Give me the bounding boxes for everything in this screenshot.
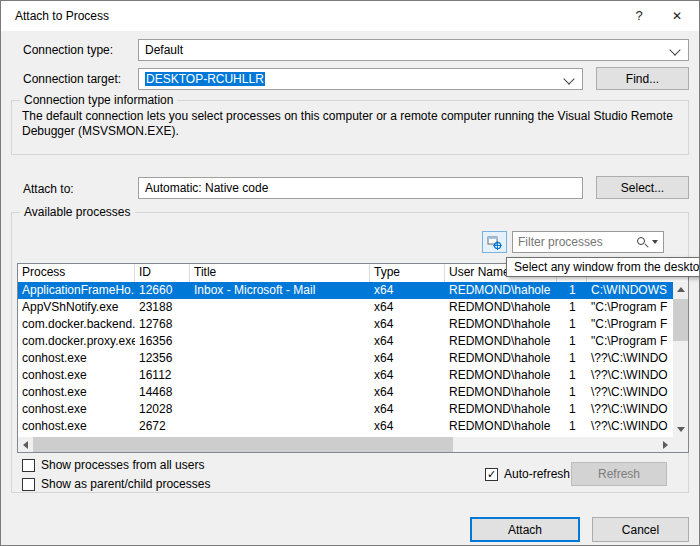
cell-id: 16356 [135,333,190,350]
cell-session: 1 [557,350,587,367]
scroll-right-icon[interactable] [658,437,673,452]
window-finder-icon [487,235,502,250]
cell-type: x64 [370,333,445,350]
cell-session: 1 [557,282,587,299]
filter-processes-box [512,231,664,253]
cell-path: \??\C:\WINDO [587,401,673,418]
connection-info-text: The default connection lets you select p… [22,109,674,139]
cancel-button[interactable]: Cancel [592,517,689,542]
cell-id: 2672 [135,418,190,435]
find-button-label: Find... [626,72,659,86]
horizontal-scrollbar[interactable] [18,437,673,452]
table-row[interactable]: conhost.exe 16112 x64 REDMOND\hahole 1 \… [18,367,673,384]
close-button[interactable]: ✕ [661,1,693,31]
select-button-label: Select... [621,181,664,195]
attach-button[interactable]: Attach [470,517,580,542]
table-row[interactable]: conhost.exe 12028 x64 REDMOND\hahole 1 \… [18,401,673,418]
vertical-scrollbar[interactable] [673,282,688,437]
cell-title [190,350,370,367]
horizontal-scroll-thumb[interactable] [33,437,453,452]
checkbox-box [22,478,35,491]
cell-user-name: REDMOND\hahole [445,299,557,316]
cell-type: x64 [370,418,445,435]
checkbox-box-checked: ✓ [485,468,498,481]
attach-to-field[interactable]: Automatic: Native code [138,177,583,199]
table-row[interactable]: conhost.exe 12356 x64 REDMOND\hahole 1 \… [18,350,673,367]
cancel-button-label: Cancel [622,523,659,537]
cell-session: 1 [557,316,587,333]
table-row[interactable]: AppVShNotify.exe 23188 x64 REDMOND\hahol… [18,299,673,316]
cell-type: x64 [370,282,445,299]
help-button[interactable]: ? [623,1,655,31]
connection-type-dropdown[interactable]: Default [138,39,689,61]
table-row[interactable]: ApplicationFrameHo... 12660 Inbox - Micr… [18,282,673,299]
table-row[interactable]: conhost.exe 14468 x64 REDMOND\hahole 1 \… [18,384,673,401]
cell-user-name: REDMOND\hahole [445,333,557,350]
vertical-scroll-thumb[interactable] [673,299,688,341]
connection-target-value: DESKTOP-RCUHLLR [145,72,265,86]
check-icon: ✓ [487,469,496,480]
cell-user-name: REDMOND\hahole [445,418,557,435]
cell-path: \??\C:\WINDO [587,384,673,401]
refresh-button-label: Refresh [598,467,640,481]
select-button[interactable]: Select... [596,176,689,199]
cell-user-name: REDMOND\hahole [445,350,557,367]
cell-type: x64 [370,367,445,384]
table-row[interactable]: com.docker.proxy.exe 16356 x64 REDMOND\h… [18,333,673,350]
cell-type: x64 [370,299,445,316]
cell-path: C:\WINDOWS [587,282,673,299]
cell-id: 12356 [135,350,190,367]
help-icon: ? [635,8,642,23]
column-header-type[interactable]: Type [370,264,445,282]
refresh-button[interactable]: Refresh [571,462,667,486]
cell-user-name: REDMOND\hahole [445,384,557,401]
show-parent-child-checkbox[interactable]: Show as parent/child processes [22,477,210,491]
chevron-down-icon [669,44,680,55]
cell-id: 12660 [135,282,190,299]
filter-dropdown-icon[interactable] [652,240,658,244]
cell-process: conhost.exe [18,350,135,367]
attach-to-label: Attach to: [23,182,74,196]
scroll-left-icon[interactable] [18,437,33,452]
close-icon: ✕ [672,9,682,23]
connection-target-label: Connection target: [23,72,121,86]
cell-user-name: REDMOND\hahole [445,282,557,299]
table-row[interactable]: conhost.exe 2672 x64 REDMOND\hahole 1 \?… [18,418,673,435]
cell-title [190,401,370,418]
cell-session: 1 [557,418,587,435]
checkbox-label: Auto-refresh [504,467,570,481]
cell-path: "C:\Program F [587,299,673,316]
scroll-up-icon[interactable] [673,282,688,297]
cell-title [190,316,370,333]
cell-path: \??\C:\WINDO [587,350,673,367]
cell-type: x64 [370,401,445,418]
window-picker-button[interactable] [482,231,507,253]
chevron-down-icon [563,73,574,84]
cell-session: 1 [557,299,587,316]
cell-path: \??\C:\WINDO [587,418,673,435]
cell-process: AppVShNotify.exe [18,299,135,316]
filter-processes-input[interactable] [513,234,636,250]
column-header-process[interactable]: Process [18,264,135,282]
cell-path: \??\C:\WINDO [587,367,673,384]
cell-process: ApplicationFrameHo... [18,282,135,299]
cell-process: conhost.exe [18,367,135,384]
table-row[interactable]: com.docker.backend... 12768 x64 REDMOND\… [18,316,673,333]
cell-title [190,367,370,384]
cell-session: 1 [557,367,587,384]
auto-refresh-checkbox[interactable]: ✓ Auto-refresh [485,467,570,481]
cell-process: com.docker.backend... [18,316,135,333]
scrollbar-corner [673,437,688,452]
column-header-id[interactable]: ID [135,264,190,282]
attach-button-label: Attach [508,523,542,537]
cell-title [190,418,370,435]
cell-user-name: REDMOND\hahole [445,401,557,418]
find-button[interactable]: Find... [596,67,689,90]
connection-target-combo[interactable]: DESKTOP-RCUHLLR [138,68,583,90]
picker-tooltip: Select any window from the desktop. [506,257,700,277]
cell-process: com.docker.proxy.exe [18,333,135,350]
show-all-users-checkbox[interactable]: Show processes from all users [22,458,204,472]
scroll-down-icon[interactable] [673,422,688,437]
cell-type: x64 [370,384,445,401]
column-header-title[interactable]: Title [190,264,370,282]
